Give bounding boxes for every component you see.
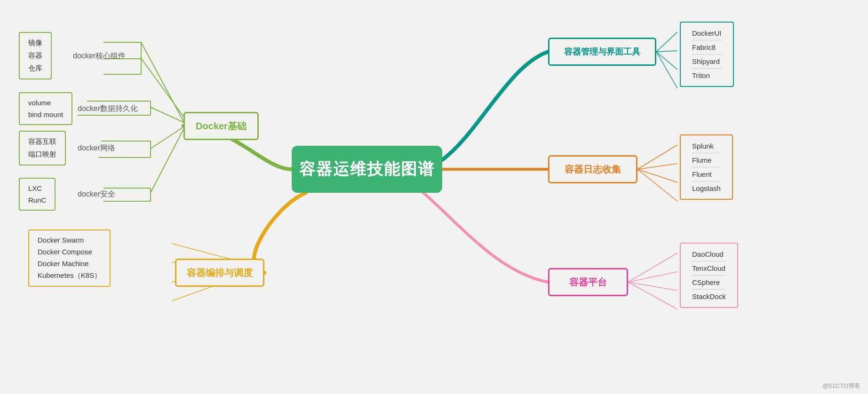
orchestration-box: 容器编排与调度 xyxy=(175,259,264,287)
center-label: 容器运维技能图谱 xyxy=(299,158,435,180)
plat-item-2: TenxCloud xyxy=(692,261,726,276)
mgmt-item-2: Fabric8 xyxy=(692,40,722,55)
svg-line-27 xyxy=(628,272,677,282)
logging-items-group: Splunk Flume Fluent Logstash xyxy=(680,134,733,200)
docker-core-group: 镜像 容器 仓库 docker核心组件 xyxy=(19,32,52,79)
logging-label: 容器日志收集 xyxy=(565,163,621,176)
platform-box: 容器平台 xyxy=(548,268,628,296)
net-item-1: 容器互联 xyxy=(28,135,56,148)
plat-item-4: StackDock xyxy=(692,290,726,303)
platform-label: 容器平台 xyxy=(569,276,607,289)
center-node: 容器运维技能图谱 xyxy=(292,146,442,193)
orch-item-1: Docker Swarm xyxy=(38,234,101,246)
log-item-1: Splunk xyxy=(692,139,721,153)
svg-line-26 xyxy=(628,253,677,282)
orchestration-items-group: Docker Swarm Docker Compose Docker Machi… xyxy=(28,229,111,287)
svg-line-22 xyxy=(637,145,677,169)
svg-line-24 xyxy=(637,169,677,182)
core-label: docker核心组件 xyxy=(73,51,126,61)
svg-line-6 xyxy=(151,107,183,122)
svg-line-5 xyxy=(141,58,183,117)
log-item-2: Flume xyxy=(692,153,721,167)
svg-line-20 xyxy=(656,52,677,70)
svg-line-21 xyxy=(656,52,677,88)
sec-label: docker安全 xyxy=(78,189,115,199)
mgmt-label: 容器管理与界面工具 xyxy=(564,46,640,57)
persist-item-2: bind mount xyxy=(28,109,63,120)
mgmt-box: 容器管理与界面工具 xyxy=(548,38,656,66)
mgmt-items-group: DockerUI Fabric8 Shipyard Triton xyxy=(680,22,734,87)
plat-item-3: CSphere xyxy=(692,276,726,290)
orch-item-3: Docker Machine xyxy=(38,258,101,269)
net-item-2: 端口映射 xyxy=(28,148,56,161)
svg-line-0 xyxy=(141,42,183,121)
platform-items-group: DaoCloud TenxCloud CSphere StackDock xyxy=(680,243,738,308)
security-group: LXC RunC docker安全 xyxy=(19,178,56,211)
core-item-1: 镜像 xyxy=(28,37,42,49)
svg-line-25 xyxy=(637,169,677,201)
data-persist-group: volume bind mount docker数据持久化 xyxy=(19,92,72,125)
watermark: @51CTO博客 xyxy=(822,382,860,390)
persist-item-1: volume xyxy=(28,97,63,109)
plat-item-1: DaoCloud xyxy=(692,247,726,261)
svg-line-10 xyxy=(151,127,183,149)
net-label: docker网络 xyxy=(78,143,115,153)
svg-line-29 xyxy=(628,282,677,309)
docker-basics-box: Docker基础 xyxy=(183,112,259,140)
network-group: 容器互联 端口映射 docker网络 xyxy=(19,131,66,165)
log-item-4: Logstash xyxy=(692,181,721,195)
persist-label: docker数据持久化 xyxy=(78,104,138,114)
orch-item-4: Kubernetes（K8S） xyxy=(38,269,101,282)
orchestration-label: 容器编排与调度 xyxy=(187,267,253,279)
sec-item-2: RunC xyxy=(28,194,46,206)
sec-item-1: LXC xyxy=(28,182,46,194)
core-item-3: 仓库 xyxy=(28,62,42,75)
orch-item-2: Docker Compose xyxy=(38,246,101,258)
svg-line-23 xyxy=(637,164,677,169)
core-item-2: 容器 xyxy=(28,49,42,62)
svg-line-14 xyxy=(151,129,183,193)
mgmt-item-4: Triton xyxy=(692,69,722,82)
logging-box: 容器日志收集 xyxy=(548,155,637,183)
docker-basics-label: Docker基础 xyxy=(196,120,247,133)
mgmt-item-1: DockerUI xyxy=(692,26,722,40)
svg-line-28 xyxy=(628,282,677,291)
log-item-3: Fluent xyxy=(692,167,721,181)
svg-line-18 xyxy=(656,32,677,52)
svg-line-19 xyxy=(656,51,677,52)
mgmt-item-3: Shipyard xyxy=(692,55,722,69)
